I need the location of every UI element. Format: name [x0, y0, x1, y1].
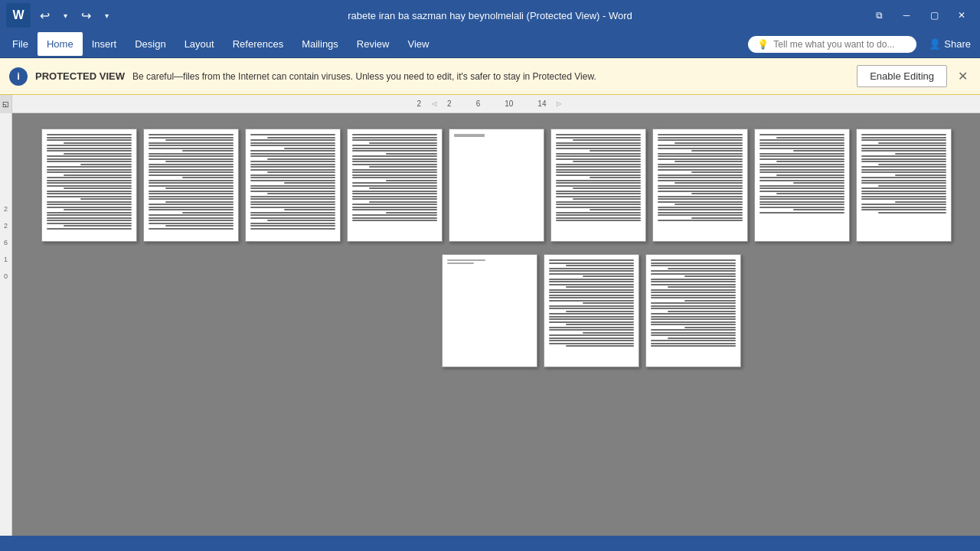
page-8-content: [755, 129, 849, 241]
ribbon: File Home Insert Design Layout Reference…: [0, 31, 980, 58]
protected-view-bar: i PROTECTED VIEW Be careful—files from t…: [0, 58, 980, 95]
page-2-content: [144, 129, 238, 241]
page-7-content: [653, 129, 747, 241]
page-2: [143, 129, 239, 242]
page-6: [550, 129, 646, 242]
ruler-ticks: 2 ◁ 2 6 10 14 ▷: [417, 99, 564, 108]
page-1-content: [42, 129, 136, 241]
page-4-content: [348, 129, 442, 241]
tab-file[interactable]: File: [3, 32, 38, 56]
info-icon: i: [9, 67, 28, 86]
ribbon-right: 💡 👤 Share: [748, 35, 977, 53]
page-6-content: [551, 129, 645, 241]
maximize-button[interactable]: ▢: [922, 5, 946, 26]
enable-editing-button[interactable]: Enable Editing: [857, 65, 947, 87]
window-controls: ⧉ ─ ▢ ✕: [867, 5, 974, 26]
main-area: 2 2 6 1 0: [0, 113, 980, 536]
close-protected-bar-button[interactable]: ✕: [955, 66, 971, 86]
ruler-arrow-left: ◁: [432, 100, 436, 107]
page-3: [245, 129, 341, 242]
ruler-arrow-right: ▷: [557, 100, 561, 107]
restore-down-button[interactable]: ⧉: [867, 5, 891, 26]
tab-layout[interactable]: Layout: [175, 32, 224, 56]
page-10-content: [443, 255, 537, 273]
ruler-marks: 2 2 6 1 0: [4, 205, 8, 280]
tab-mailings[interactable]: Mailings: [292, 32, 348, 56]
page-10: [442, 254, 537, 367]
page-8: [754, 129, 850, 242]
page-3-content: [246, 129, 340, 241]
ruler-corner[interactable]: ◱: [0, 95, 12, 113]
page-11-content: [544, 255, 639, 367]
share-button[interactable]: 👤 Share: [923, 35, 977, 53]
undo-dropdown[interactable]: ▾: [59, 8, 72, 23]
left-ruler: 2 2 6 1 0: [0, 113, 12, 536]
page-row-2: [442, 254, 741, 367]
undo-button[interactable]: ↩: [35, 5, 54, 26]
tab-home[interactable]: Home: [38, 32, 83, 56]
page-9-content: [857, 129, 951, 241]
page-4: [347, 129, 443, 242]
share-icon: 👤: [929, 38, 941, 50]
title-bar-left: W ↩ ▾ ↪ ▾: [6, 3, 113, 28]
page-5: [449, 129, 544, 242]
title-bar: W ↩ ▾ ↪ ▾ rabete iran ba sazman hay beyn…: [0, 0, 980, 31]
word-logo: W: [6, 3, 31, 28]
page-9: [856, 129, 952, 242]
minimize-button[interactable]: ─: [894, 5, 919, 26]
protected-view-message: Be careful—files from the Internet can c…: [132, 71, 849, 82]
page-7: [652, 129, 748, 242]
page-row-1: [41, 129, 952, 242]
page-5-content: [449, 129, 544, 145]
page-1: [41, 129, 137, 242]
document-area: [12, 113, 980, 536]
redo-button[interactable]: ↪: [77, 5, 96, 26]
tab-references[interactable]: References: [224, 32, 292, 56]
quick-access-dropdown[interactable]: ▾: [100, 8, 113, 23]
tab-design[interactable]: Design: [126, 32, 175, 56]
close-button[interactable]: ✕: [949, 5, 974, 26]
page-12-content: [646, 255, 740, 367]
tab-insert[interactable]: Insert: [83, 32, 126, 56]
page-12: [645, 254, 741, 367]
tab-view[interactable]: View: [398, 32, 438, 56]
status-bar: [0, 536, 980, 551]
lightbulb-icon: 💡: [757, 39, 769, 50]
document-title: rabete iran ba sazman hay beynolmelali (…: [113, 10, 867, 21]
tell-me-input[interactable]: [773, 39, 907, 50]
tell-me-box[interactable]: 💡: [748, 36, 916, 53]
protected-view-label: PROTECTED VIEW: [35, 70, 125, 82]
tab-review[interactable]: Review: [348, 32, 399, 56]
page-11: [544, 254, 639, 367]
ruler: ◱ 2 ◁ 2 6 10 14 ▷: [0, 95, 980, 113]
